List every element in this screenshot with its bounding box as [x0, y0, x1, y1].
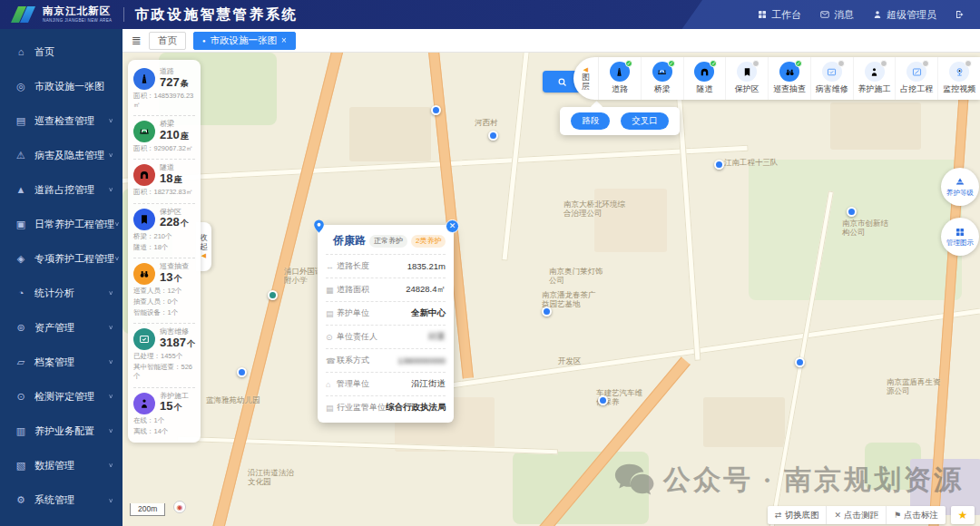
sidebar-item-special-maintenance[interactable]: ◈专项养护工程管理∨ — [0, 241, 122, 276]
popup-row-area: ▦道路面积24828.4㎡ — [326, 278, 446, 301]
sidebar-item-system[interactable]: ⚙系统管理∨ — [0, 482, 122, 517]
messages-button[interactable]: 消息 — [819, 8, 854, 22]
map-marker[interactable] — [488, 131, 498, 141]
menu-collapse-icon[interactable]: ≣ — [132, 34, 142, 47]
asset-icon: ⊚ — [15, 322, 27, 334]
close-icon[interactable]: × — [281, 35, 287, 45]
measure-icon: ✕ — [834, 511, 841, 520]
toolbar-item-tunnel[interactable]: ✓ 隧道 — [684, 57, 727, 100]
sidebar-item-excavation[interactable]: ▲道路占挖管理∨ — [0, 172, 122, 207]
map-label: 南京市创新结构公司 — [842, 219, 892, 237]
switch-basemap-button[interactable]: ⇄切换底图 — [768, 506, 828, 524]
badge-icon — [752, 60, 760, 67]
road-icon — [133, 68, 155, 90]
chevron-down-icon: ∨ — [108, 462, 113, 468]
map-marker[interactable] — [237, 367, 247, 377]
mail-icon — [819, 9, 830, 20]
toolbar-item-video[interactable]: 监控视频 — [938, 57, 980, 100]
management-legend-button[interactable]: 管理图示 — [941, 218, 979, 256]
toolbar-item-disease-repair[interactable]: 病害维修 — [811, 57, 854, 100]
toolbar-item-road[interactable]: ✓ 道路 — [599, 57, 642, 100]
toolbar-item-construction[interactable]: 养护施工 — [854, 57, 897, 100]
sidebar-item-facility-map[interactable]: ◎市政设施一张图 — [0, 69, 122, 103]
chevron-down-icon: ∨ — [108, 324, 113, 330]
active-dot-icon: ● — [202, 38, 206, 44]
map-marker[interactable] — [795, 357, 805, 367]
map-marker[interactable] — [431, 105, 441, 115]
stat-bridge: 桥梁210座 面积：929067.32㎡ — [133, 115, 195, 156]
phone-icon: ☎ — [326, 356, 337, 365]
map-marker[interactable] — [598, 395, 608, 405]
user-menu[interactable]: 超级管理员 — [872, 8, 936, 22]
popup-row-maintenance-unit: ▤养护单位全新中心 — [326, 301, 446, 325]
swap-icon: ⇄ — [775, 511, 782, 520]
map-marker[interactable] — [714, 160, 724, 170]
tab-home[interactable]: 首页 — [149, 32, 186, 50]
sidebar-item-assessment[interactable]: ⊙检测评定管理∨ — [0, 379, 122, 414]
map-marker[interactable] — [268, 290, 278, 300]
tunnel-icon — [133, 164, 155, 186]
chevron-down-icon: ∨ — [108, 151, 113, 158]
logout-icon — [955, 9, 965, 20]
app-title: 市政设施智慧管养系统 — [135, 5, 299, 24]
sidebar: ⌂首页 ◎市政设施一张图 ▤巡查检查管理∨ ⚠病害及隐患管理∨ ▲道路占挖管理∨… — [0, 29, 122, 526]
logo: 南京江北新区 NANJING JIANGBEI NEW AREA — [0, 6, 113, 23]
map-scale: 200m — [130, 503, 165, 516]
stat-tunnel: 隧道18座 面积：182732.83㎡ — [133, 159, 195, 200]
popup-close-button[interactable]: ✕ — [446, 219, 459, 233]
measure-distance-button[interactable]: ✕点击测距 — [827, 506, 887, 524]
sidebar-item-statistics[interactable]: ◔统计分析∨ — [0, 276, 122, 310]
popup-row-supervision-unit: ▤行业监管单位综合行政执法局 — [326, 395, 446, 419]
logo-subtitle: NANJING JIANGBEI NEW AREA — [43, 19, 113, 24]
sidebar-item-maintenance-config[interactable]: ▥养护业务配置∨ — [0, 414, 122, 448]
intersection-button[interactable]: 交叉口 — [621, 112, 669, 130]
building-icon: ▤ — [326, 309, 337, 318]
workbench-button[interactable]: 工作台 — [757, 8, 801, 22]
sidebar-item-disease[interactable]: ⚠病害及隐患管理∨ — [0, 138, 122, 172]
favorite-button[interactable]: ★ — [951, 506, 975, 524]
sidebar-item-home[interactable]: ⌂首页 — [0, 34, 122, 69]
stats-panel: 道路727条 面积：14853976.23㎡ 桥梁210座 面积：929067.… — [128, 60, 201, 443]
toolbar-item-bridge[interactable]: ✓ 桥梁 — [642, 57, 684, 100]
tab-facility-map[interactable]: ● 市政设施一张图 × — [193, 32, 296, 50]
map-marker[interactable] — [847, 207, 857, 217]
map-marker[interactable] — [542, 307, 552, 317]
layer-toggle-button[interactable]: ◀ 图层 — [573, 57, 599, 100]
card-icon: ▣ — [15, 219, 27, 230]
road-sign-icon: ▲ — [15, 184, 27, 195]
protected-area-icon — [133, 209, 155, 230]
toolbar-item-excavation[interactable]: 占挖工程 — [896, 57, 938, 100]
sidebar-item-assets[interactable]: ⊚资产管理∨ — [0, 310, 122, 345]
tab-bar: ≣ 首页 ● 市政设施一张图 × — [122, 29, 980, 53]
maintenance-level-button[interactable]: 养护等级 — [941, 168, 979, 206]
sidebar-item-data[interactable]: ▧数据管理∨ — [0, 448, 122, 482]
home-icon: ⌂ — [15, 46, 27, 57]
logo-icon — [13, 6, 36, 23]
tunnel-icon: ✓ — [694, 62, 714, 82]
map-building — [349, 107, 431, 161]
sidebar-item-archives[interactable]: ▱档案管理∨ — [0, 345, 122, 379]
bridge-icon — [133, 121, 155, 142]
user-icon — [872, 9, 883, 20]
toolbar-item-protected-area[interactable]: 保护区 — [726, 57, 769, 100]
warning-icon: ⚠ — [15, 150, 27, 161]
map-label: 河西村 — [475, 118, 498, 127]
map-building — [703, 397, 785, 447]
check-badge-icon: ✓ — [795, 60, 802, 67]
sidebar-item-inspection[interactable]: ▤巡查检查管理∨ — [0, 103, 122, 138]
annotate-button[interactable]: ⚑点击标注 — [887, 506, 946, 524]
map-canvas[interactable]: 河西村 江南工程十三队 南京大桥北环境综合治理公司 南京市创新结构公司 南京奥门… — [122, 53, 980, 526]
status-badge: 正常养护 — [369, 235, 407, 248]
sidebar-item-daily-maintenance[interactable]: ▣日常养护工程管理∨ — [0, 207, 122, 241]
badge-icon — [965, 60, 972, 67]
inspection-icon: ▤ — [15, 115, 27, 127]
map-label: 南京蓝盾再生资源公司 — [887, 377, 941, 395]
layer-toolbar: ◀ 图层 ✓ 道路 ✓ 桥梁 ✓ 隧道 保护区 ✓ 巡查抽查 — [573, 57, 980, 100]
map-label: 南京奥门莱灯饰公司 — [549, 267, 603, 285]
app-window: 南京江北新区 NANJING JIANGBEI NEW AREA 市政设施智慧管… — [0, 0, 980, 526]
maintenance-class-badge: 2类养护 — [411, 235, 446, 248]
toolbar-item-inspection[interactable]: ✓ 巡查抽查 — [769, 57, 811, 100]
road-segment-button[interactable]: 路段 — [571, 112, 610, 130]
logout-button[interactable] — [955, 9, 965, 20]
monitor-icon: ▧ — [15, 460, 27, 472]
